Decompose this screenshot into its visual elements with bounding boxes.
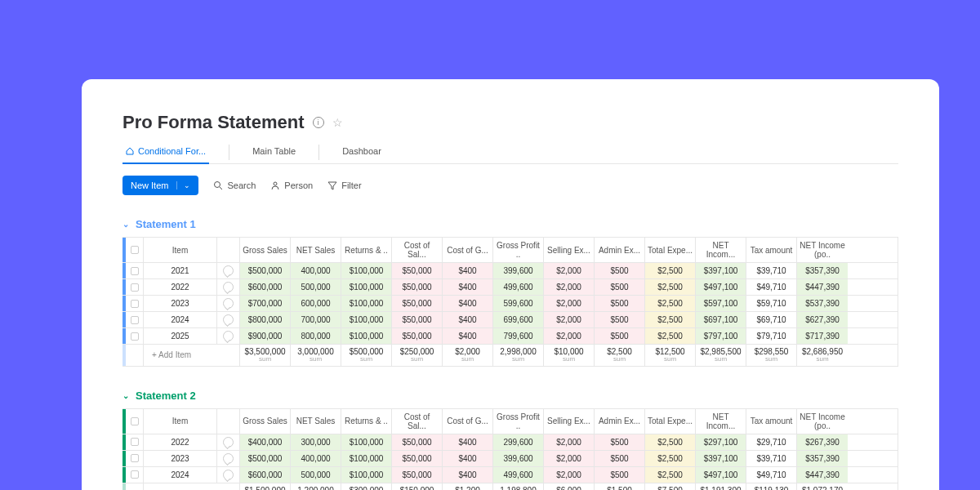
data-cell[interactable]: $39,710 [746,263,797,278]
data-cell[interactable]: $100,000 [341,451,392,466]
column-header[interactable]: NET Income (po.. [797,238,848,262]
data-cell[interactable]: $397,100 [696,451,746,466]
data-cell[interactable]: $400 [443,451,493,466]
data-cell[interactable]: $2,500 [645,451,696,466]
tab-dashboard[interactable]: Dashboar [339,141,385,164]
data-cell[interactable]: $2,500 [645,296,696,311]
table-row[interactable]: 2024$600,000500,000$100,000$50,000$40049… [122,467,898,483]
row-checkbox[interactable] [126,296,144,311]
table-row[interactable]: 2022$400,000300,000$100,000$50,000$40029… [122,434,898,451]
conversation-button[interactable] [217,434,240,450]
column-header[interactable]: NET Incom... [696,409,746,434]
data-cell[interactable]: $267,390 [797,434,848,450]
column-header[interactable]: Returns & .. [341,409,392,434]
data-cell[interactable]: $39,710 [746,451,797,466]
data-cell[interactable]: $2,000 [544,328,595,344]
data-cell[interactable]: $497,100 [696,279,746,295]
data-cell[interactable]: 600,000 [291,296,341,311]
data-cell[interactable]: $447,390 [797,467,848,483]
data-cell[interactable]: $700,000 [240,296,291,311]
conversation-button[interactable] [217,451,240,466]
column-header[interactable]: NET Sales [291,238,341,262]
column-header[interactable]: Selling Ex... [544,409,595,434]
data-cell[interactable]: $50,000 [392,328,443,344]
data-cell[interactable]: 399,600 [493,451,544,466]
data-cell[interactable]: $100,000 [341,434,392,450]
data-cell[interactable]: $500 [595,434,645,450]
column-header[interactable]: Tax amount [746,238,797,262]
data-cell[interactable]: $717,390 [797,328,848,344]
table-row[interactable]: 2021$500,000400,000$100,000$50,000$40039… [122,263,898,279]
group-header[interactable]: ⌄Statement 1 [122,218,898,230]
data-cell[interactable]: $2,500 [645,467,696,483]
data-cell[interactable]: $400 [443,279,493,295]
row-checkbox[interactable] [126,263,144,278]
item-name-cell[interactable]: 2023 [144,296,217,311]
data-cell[interactable]: 399,600 [493,263,544,278]
column-header[interactable]: Cost of G... [443,238,493,262]
data-cell[interactable]: $100,000 [341,279,392,295]
row-checkbox[interactable] [126,467,144,483]
data-cell[interactable]: $500 [595,296,645,311]
data-cell[interactable]: $59,710 [746,296,797,311]
column-header[interactable]: NET Incom... [696,238,746,262]
data-cell[interactable]: $500 [595,312,645,327]
tab-main-table[interactable]: Main Table [249,141,299,164]
data-cell[interactable]: $400 [443,263,493,278]
data-cell[interactable]: $2,000 [544,263,595,278]
column-header[interactable]: Item [144,238,217,262]
data-cell[interactable]: $2,500 [645,328,696,344]
data-cell[interactable]: $500 [595,467,645,483]
group-header[interactable]: ⌄Statement 2 [122,390,898,402]
filter-button[interactable]: Filter [327,180,361,190]
add-item-button[interactable]: + Add Item [144,483,240,490]
data-cell[interactable]: 700,000 [291,312,341,327]
item-name-cell[interactable]: 2022 [144,434,217,450]
data-cell[interactable]: $357,390 [797,263,848,278]
data-cell[interactable]: $2,500 [645,312,696,327]
column-header[interactable]: Admin Ex... [595,409,645,434]
column-header[interactable]: Cost of Sal... [392,409,443,434]
data-cell[interactable]: $400 [443,296,493,311]
table-row[interactable]: 2025$900,000800,000$100,000$50,000$40079… [122,328,898,345]
data-cell[interactable]: $79,710 [746,328,797,344]
data-cell[interactable]: $2,000 [544,279,595,295]
conversation-button[interactable] [217,279,240,295]
row-checkbox[interactable] [126,434,144,450]
data-cell[interactable]: $400 [443,434,493,450]
item-name-cell[interactable]: 2023 [144,451,217,466]
data-cell[interactable]: $447,390 [797,279,848,295]
conversation-button[interactable] [217,296,240,311]
data-cell[interactable]: $2,000 [544,434,595,450]
column-header[interactable]: Total Expe... [645,409,696,434]
data-cell[interactable]: 400,000 [291,263,341,278]
data-cell[interactable]: 599,600 [493,296,544,311]
data-cell[interactable]: $100,000 [341,296,392,311]
table-row[interactable]: 2023$500,000400,000$100,000$50,000$40039… [122,451,898,467]
data-cell[interactable]: $2,000 [544,312,595,327]
data-cell[interactable]: $900,000 [240,328,291,344]
data-cell[interactable]: $500 [595,451,645,466]
data-cell[interactable]: $297,100 [696,434,746,450]
row-checkbox[interactable] [126,312,144,327]
data-cell[interactable]: 500,000 [291,467,341,483]
data-cell[interactable]: $500,000 [240,263,291,278]
data-cell[interactable]: $50,000 [392,263,443,278]
column-header[interactable]: Gross Sales [240,238,291,262]
new-item-button[interactable]: New Item ⌄ [122,176,198,195]
table-row[interactable]: 2024$800,000700,000$100,000$50,000$40069… [122,312,898,328]
data-cell[interactable]: $50,000 [392,451,443,466]
column-header[interactable]: Cost of G... [443,409,493,434]
data-cell[interactable]: $49,710 [746,467,797,483]
info-icon[interactable]: i [313,117,324,128]
data-cell[interactable]: $697,100 [696,312,746,327]
column-header[interactable]: Gross Profit .. [493,409,544,434]
data-cell[interactable]: $627,390 [797,312,848,327]
item-name-cell[interactable]: 2022 [144,279,217,295]
data-cell[interactable]: $597,100 [696,296,746,311]
column-header[interactable]: Total Expe... [645,238,696,262]
data-cell[interactable]: $797,100 [696,328,746,344]
data-cell[interactable]: $397,100 [696,263,746,278]
data-cell[interactable]: 800,000 [291,328,341,344]
conversation-button[interactable] [217,467,240,483]
